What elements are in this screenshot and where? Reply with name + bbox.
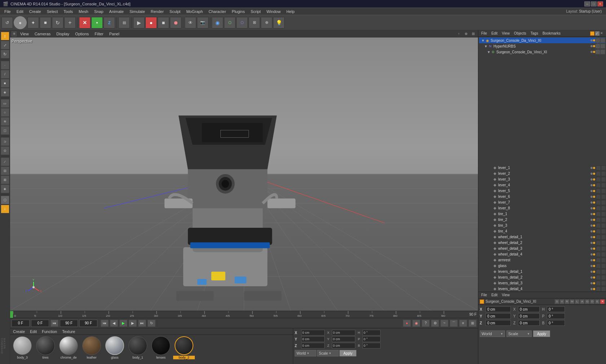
coord-p-val[interactable]: 0 ° [363,336,381,342]
attr-menu-file[interactable]: File [480,293,488,297]
material-item-chrome[interactable]: chrome_de [58,336,79,359]
obj-expand-root[interactable]: ▼ [481,39,485,43]
tool-edges[interactable]: / [1,70,9,79]
obj-row-lever_4[interactable]: lever_4 [478,182,606,188]
vp-menu-filter[interactable]: Filter [92,32,105,36]
pb-settings[interactable]: ⚙ [431,320,439,327]
end-frame-field[interactable]: 90 F [60,320,78,327]
obj-row-wheel_detail_2[interactable]: wheel_detail_2 [478,240,606,246]
frame-field-2[interactable]: 0 F [31,320,49,327]
menu-edit[interactable]: Edit [14,9,26,14]
pb-auto[interactable]: ◉ [412,320,420,327]
obj-row-tire_4[interactable]: tire_4 [478,228,606,234]
obj-row-tire_1[interactable]: tire_1 [478,211,606,217]
tool-mirror[interactable]: ⊟ [1,167,9,175]
obj-row-lever_7[interactable]: lever_7 [478,200,606,205]
menu-select[interactable]: Select [44,9,61,14]
tool-points[interactable]: · [1,61,9,70]
menu-mesh[interactable]: Mesh [76,9,91,14]
vp-icon-3[interactable]: ⊞ [470,31,477,37]
attr-z-field[interactable]: 0 cm [486,320,511,326]
tool-magnet[interactable]: ⊃ [1,137,9,146]
apply-button[interactable]: Apply [339,350,356,356]
z-button[interactable]: Z [104,17,115,28]
undo-button[interactable]: ↺ [1,17,13,28]
obj-row-tire_2[interactable]: tire_2 [478,217,606,223]
stop-button[interactable]: ■ [158,17,169,28]
tool-info[interactable]: i [1,205,9,213]
eye-button[interactable]: 👁 [185,17,196,28]
obj-row-levers_detail_1[interactable]: levers_detail_1 [478,269,606,275]
coord-h-val[interactable]: 0 ° [363,330,381,336]
obj-row-levers_detail_3[interactable]: levers_detail_3 [478,280,606,286]
menu-script[interactable]: Script [248,9,264,14]
obj-row-glass[interactable]: glass [478,263,606,269]
menu-create[interactable]: Create [26,9,44,14]
obj-row-lever_5[interactable]: lever_5 [478,188,606,194]
material-item-body1[interactable]: body_1 [127,336,149,359]
menu-animate[interactable]: Animate [106,9,127,14]
obj-row-console-child[interactable]: ▼ ⊙ Surgeon_Console_Da_Vinci_XI [479,49,605,55]
coord-y-rot[interactable]: 0 cm [332,336,355,342]
tool-move[interactable]: ↕ [1,32,9,40]
rotate-button[interactable]: ↻ [52,17,63,28]
menu-sculpt[interactable]: Sculpt [167,9,184,14]
model-button[interactable]: ▤ [118,17,130,28]
timeline-ruler[interactable]: 0 5 10 15 20 25 30 [13,311,468,318]
cube-button[interactable]: ■ [40,17,51,28]
rec2-button[interactable]: ⏺ [170,17,181,28]
pb-key[interactable]: ? [422,320,430,327]
record-button[interactable]: ● [145,17,157,28]
light-button[interactable]: 💡 [273,17,285,28]
attr-y2-field[interactable]: 0 cm [518,313,540,319]
coord-z-rot[interactable]: 0 cm [332,343,355,349]
x-button[interactable]: ✕ [79,17,91,28]
current-frame-field[interactable]: 0 F [12,320,30,327]
sphere-button[interactable]: ◉ [212,17,223,28]
vp-icon-2[interactable]: ⊕ [463,31,469,37]
pb-motion[interactable]: ~ [440,320,448,327]
obj-row-root[interactable]: ▼ ◉ Surgeon_Console_Da_Vinci_XI [479,37,605,43]
tool-select-circle[interactable]: ○ [1,108,9,117]
obj-row-levers_detail_2[interactable]: levers_detail_2 [478,275,606,280]
add-button[interactable]: + [64,17,76,28]
attr-z2-field[interactable]: 0 cm [518,320,540,326]
mat-menu-texture[interactable]: Texture [61,329,76,334]
obj-menu-view[interactable]: View [500,31,511,35]
end-frame-2[interactable]: 90 F [79,320,97,327]
vp-menu-options[interactable]: Options [73,32,91,36]
tool-rotate[interactable]: ↻ [1,50,9,58]
coord-b-val[interactable]: 0 ° [363,343,381,349]
menu-character[interactable]: Character [206,9,229,14]
coord-x-pos[interactable]: 0 cm [301,330,325,336]
tool-poly[interactable]: ■ [1,79,9,88]
obj-row-wheel_detail_3[interactable]: wheel_detail_3 [478,246,606,252]
vp-menu-view[interactable]: View [18,32,31,36]
coord-z-pos[interactable]: 0 cm [301,343,325,349]
minimize-button[interactable]: ─ [584,1,590,6]
material-item-body2[interactable]: body_2 [173,336,195,359]
menu-plugins[interactable]: Plugins [229,9,248,14]
mat-menu-create[interactable]: Create [12,329,26,334]
attr-h-field[interactable]: 0 ° [547,306,565,312]
mat-menu-function[interactable]: Function [40,329,58,334]
pb-last-frame[interactable]: ⏭ [138,320,146,327]
obj-menu-tags[interactable]: Tags [529,31,540,35]
tool-bevel[interactable]: ◈ [1,185,9,193]
attr-x-field[interactable]: 0 cm [486,306,511,312]
attr-b-field[interactable]: 0 ° [547,320,565,326]
world-dropdown[interactable]: World ▼ [295,350,316,356]
obj-row-lever_3[interactable]: lever_3 [478,177,606,182]
vp-menu-panel[interactable]: Panel [107,32,122,36]
scene-button[interactable]: ⊕ [261,17,272,28]
scale-dropdown[interactable]: Scale ▼ [317,350,339,356]
vp-icon-1[interactable]: ↑ [456,31,462,37]
material-item-leather[interactable]: leather [81,336,102,359]
obj-row-lever_8[interactable]: lever_8 [478,205,606,211]
tool-select-rect[interactable]: ▭ [1,99,9,108]
obj-menu-edit[interactable]: Edit [490,31,499,35]
attr-menu-edit[interactable]: Edit [490,293,499,297]
obj-row-lever_2[interactable]: lever_2 [478,171,606,177]
new-button[interactable]: ✦ [27,17,39,28]
material-item-body3[interactable]: body_3 [12,336,33,359]
